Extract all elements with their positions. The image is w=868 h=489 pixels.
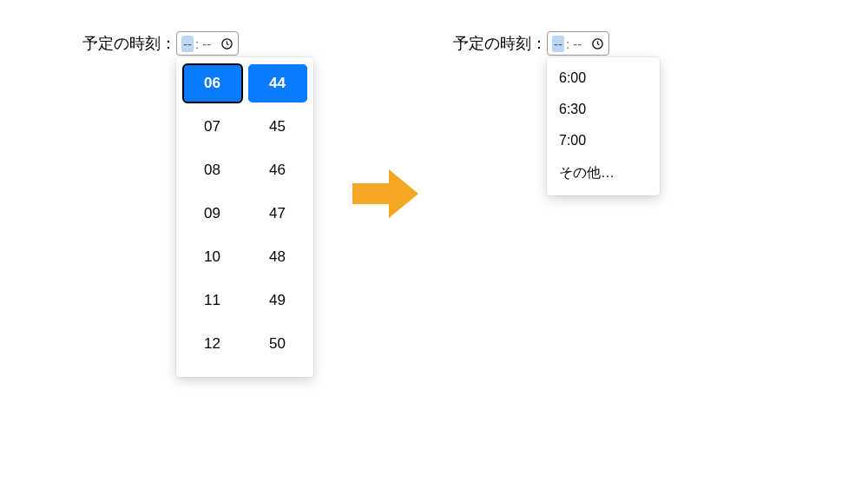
time-label: 予定の時刻： — [82, 31, 176, 56]
hour-option[interactable]: 10 — [183, 238, 242, 276]
time-picker-datalist-example: 予定の時刻： -- : -- 6:00 6:30 7:00 その他… — [453, 31, 660, 195]
time-label: 予定の時刻： — [453, 31, 547, 56]
time-input[interactable]: -- : -- — [547, 31, 609, 56]
hour-option[interactable]: 11 — [183, 281, 242, 320]
minute-option[interactable]: 44 — [248, 64, 307, 102]
time-hour-segment[interactable]: -- — [552, 36, 564, 52]
time-option[interactable]: 6:30 — [547, 94, 660, 125]
time-picker-spinner-example: 予定の時刻： -- : -- 06 07 08 09 10 11 12 — [82, 31, 313, 377]
hour-option[interactable]: 12 — [183, 325, 242, 363]
minute-option[interactable]: 48 — [248, 238, 307, 276]
time-spinner-dropdown: 06 07 08 09 10 11 12 44 45 46 47 48 49 5… — [176, 57, 313, 377]
minute-column[interactable]: 44 45 46 47 48 49 50 — [247, 64, 308, 368]
arrow-icon — [352, 169, 418, 218]
minute-option[interactable]: 50 — [248, 325, 307, 363]
time-input-wrapper: -- : -- 6:00 6:30 7:00 その他… — [547, 31, 660, 195]
minute-option[interactable]: 46 — [248, 151, 307, 189]
time-input[interactable]: -- : -- — [176, 31, 239, 56]
time-input-wrapper: -- : -- 06 07 08 09 10 11 12 44 — [176, 31, 313, 377]
time-minute-segment[interactable]: -- — [571, 36, 583, 52]
hour-option[interactable]: 06 — [183, 64, 242, 102]
hour-option[interactable]: 07 — [183, 108, 242, 146]
hour-option[interactable]: 09 — [183, 195, 242, 233]
minute-option[interactable]: 47 — [248, 195, 307, 233]
time-colon: : — [566, 36, 569, 51]
time-datalist-dropdown: 6:00 6:30 7:00 その他… — [547, 57, 660, 195]
clock-icon[interactable] — [590, 36, 604, 50]
time-hour-segment[interactable]: -- — [181, 36, 194, 52]
time-option[interactable]: 7:00 — [547, 125, 660, 156]
time-option-other[interactable]: その他… — [547, 156, 660, 190]
time-option[interactable]: 6:00 — [547, 63, 660, 94]
hour-option[interactable]: 08 — [183, 151, 242, 189]
time-colon: : — [195, 36, 199, 51]
minute-option[interactable]: 45 — [248, 108, 307, 146]
clock-icon[interactable] — [220, 36, 233, 50]
time-minute-segment[interactable]: -- — [201, 36, 213, 52]
hour-column[interactable]: 06 07 08 09 10 11 12 — [181, 64, 243, 368]
minute-option[interactable]: 49 — [248, 281, 307, 320]
